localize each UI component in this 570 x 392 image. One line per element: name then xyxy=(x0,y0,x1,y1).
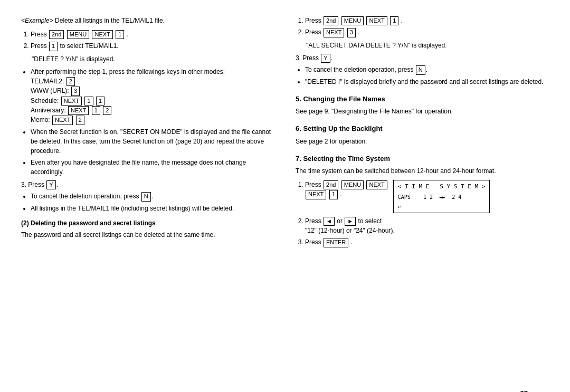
key-menu-1: MENU xyxy=(67,30,89,39)
right-step-1: Press 2nd MENU NEXT 1 . xyxy=(305,16,549,25)
key-tel2: 2 xyxy=(66,77,75,86)
step7-1-container: Press 2nd MENU NEXT NEXT 1 . < T I M E S… xyxy=(305,180,549,213)
section5-text: See page 9, "Designating the File Names"… xyxy=(296,107,549,116)
key-next-r2: NEXT xyxy=(324,28,344,37)
key-next-r1: NEXT xyxy=(366,16,387,25)
page-wrapper: <Example> Delete all listings in the TEL… xyxy=(21,16,549,392)
key-enter: ENTER xyxy=(324,238,348,247)
key-2nd-1: 2nd xyxy=(49,30,64,39)
screen-time-system: < T I M E S Y S T E M > CAPS 1 2 ◄► 2 4 … xyxy=(393,180,490,213)
key-next-memo: NEXT xyxy=(52,116,73,125)
screen-line2: CAPS 1 2 ◄► 2 4 xyxy=(398,193,486,201)
screen-arrows: ◄► xyxy=(439,194,445,200)
page-number: 27 xyxy=(520,389,528,392)
bullet-file-name: Even after you have designated the file … xyxy=(31,158,274,177)
section7-step-1: Press 2nd MENU NEXT NEXT 1 . < T I M E S… xyxy=(305,180,549,213)
key-1-select: 1 xyxy=(49,42,58,51)
key-2-ann: 2 xyxy=(103,106,111,115)
key-menu-r1: MENU xyxy=(341,16,364,25)
key-n-right: N xyxy=(416,65,425,74)
section6-heading: 6. Setting Up the Backlight xyxy=(296,123,549,134)
subheading-text: The password and all secret listings can… xyxy=(21,230,274,240)
key-next-s7b: NEXT xyxy=(306,190,326,199)
step7-2-text: to select xyxy=(358,217,382,225)
step7-2-press: Press xyxy=(305,217,323,225)
example-label: <Example> xyxy=(21,17,53,24)
key-left-arrow: ◄ xyxy=(324,217,335,226)
key-menu-s7: MENU xyxy=(341,180,364,189)
key-1-sch: 1 xyxy=(84,97,93,106)
right-bullets-top: To cancel the deletion operation, press … xyxy=(296,65,549,86)
key-2nd-s7: 2nd xyxy=(324,180,338,189)
key-2-memo: 2 xyxy=(76,116,84,125)
key-y-right: Y xyxy=(321,54,330,63)
right-column: Press 2nd MENU NEXT 1 . Press NEXT 3 . "… xyxy=(296,16,549,251)
all-secret-display: "ALL SECRET DATA DELETE ? Y/N" is displa… xyxy=(306,41,549,50)
right-step-2: Press NEXT 3 . xyxy=(305,27,549,37)
bullet-secret-mode: When the Secret function is on, "SECRET … xyxy=(31,127,274,156)
example-text: Delete all listings in the TEL/MAIL1 fil… xyxy=(55,17,165,24)
page-layout: <Example> Delete all listings in the TEL… xyxy=(21,16,549,251)
section7-text: The time system can be switched between … xyxy=(296,166,549,176)
left-column: <Example> Delete all listings in the TEL… xyxy=(21,16,274,251)
screen-caps: CAPS xyxy=(398,194,411,200)
key-right-arrow: ► xyxy=(345,217,356,226)
section7-heading: 7. Selecting the Time System xyxy=(296,154,549,164)
left-step-3: 3. Press Y. xyxy=(21,180,274,189)
screen-line1: < T I M E S Y S T E M > xyxy=(398,183,486,192)
section7-step-2: Press ◄ or ► to select "12" (12-hour) or… xyxy=(305,216,549,235)
example-line: <Example> Delete all listings in the TEL… xyxy=(21,16,274,25)
left-step-2: Press 1 to select TEL/MAIL1. xyxy=(31,41,274,51)
left-bullets: After performing the step 1, press the f… xyxy=(21,67,274,177)
key-1-s7: 1 xyxy=(329,190,338,199)
key-y-left: Y xyxy=(46,180,55,189)
right-step-3: 3. Press Y. xyxy=(296,53,549,63)
key-next-s7: NEXT xyxy=(366,180,387,189)
key-1-sch2: 1 xyxy=(96,97,104,106)
bullet-cancel-left: To cancel the deletion operation, press … xyxy=(31,192,274,201)
right-steps-top: Press 2nd MENU NEXT 1 . Press NEXT 3 . xyxy=(296,16,549,37)
step7-2-or: or xyxy=(337,217,344,225)
key-www: 3 xyxy=(71,87,80,95)
bullet-all-listings: All listings in the TEL/MAIL1 file (incl… xyxy=(31,204,274,213)
key-next-sch: NEXT xyxy=(61,97,82,106)
key-1-1: 1 xyxy=(116,30,124,39)
key-1-ann: 1 xyxy=(92,106,100,115)
section7-steps: Press 2nd MENU NEXT NEXT 1 . < T I M E S… xyxy=(296,180,549,247)
left-step-1: Press 2nd MENU NEXT 1 . xyxy=(31,30,274,39)
step7-1-keys: Press 2nd MENU NEXT NEXT 1 . xyxy=(305,180,388,199)
key-3-r2: 3 xyxy=(347,28,356,37)
screen-12: 1 2 xyxy=(423,194,433,200)
bullet-deleted-right: "DELETED !" is displayed briefly and the… xyxy=(305,77,549,87)
screen-line3: ↵ xyxy=(398,202,486,211)
subheading-delete-password: (2) Deleting the password and secret lis… xyxy=(21,218,274,228)
step7-3-press: Press xyxy=(305,238,323,246)
section6-text: See page 2 for operation. xyxy=(296,137,549,146)
step7-2-subtext: "12" (12-hour) or "24" (24-hour). xyxy=(305,227,395,234)
key-next-ann: NEXT xyxy=(68,106,89,115)
screen-24: 2 4 xyxy=(452,194,461,200)
delete-display: "DELETE ? Y/N" is displayed. xyxy=(32,54,274,64)
key-2nd-r1: 2nd xyxy=(324,16,338,25)
bullet-modes: After performing the step 1, press the f… xyxy=(31,67,274,125)
bullet-cancel-right: To cancel the deletion operation, press … xyxy=(305,65,549,74)
section5-heading: 5. Changing the File Names xyxy=(296,94,549,104)
step7-3-period: . xyxy=(351,238,353,246)
key-1-r1: 1 xyxy=(390,16,398,25)
left-bullets-2: To cancel the deletion operation, press … xyxy=(21,192,274,213)
key-next-1: NEXT xyxy=(92,30,112,39)
key-n-left: N xyxy=(141,192,151,201)
section7-step-3: Press ENTER . xyxy=(305,237,549,247)
left-steps-list: Press 2nd MENU NEXT 1 . Press 1 to selec… xyxy=(21,30,274,51)
